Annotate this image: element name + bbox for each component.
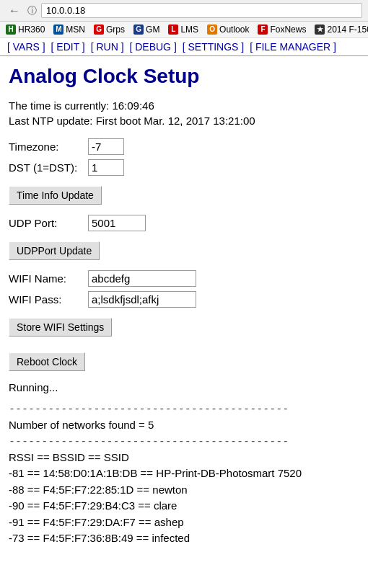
rssi-header: RSSI == BSSID == SSID bbox=[9, 450, 359, 466]
udp-port-label: UDP Port: bbox=[9, 217, 88, 229]
wifi-name-label: WIFI Name: bbox=[9, 272, 88, 285]
separator2: ----------------------------------------… bbox=[9, 433, 359, 450]
bm-label-gm: GM bbox=[146, 24, 159, 35]
nav-edit[interactable]: [ EDIT ] bbox=[51, 41, 85, 53]
store-wifi-button[interactable]: Store WIFI Settings bbox=[9, 318, 112, 337]
dst-label: DST (1=DST): bbox=[9, 161, 88, 174]
bm-icon-2014f150: ★ bbox=[315, 24, 325, 35]
wifi-pass-input[interactable] bbox=[88, 291, 196, 308]
timezone-section: Timezone: DST (1=DST): bbox=[9, 138, 359, 176]
network-item: -81 == 14:58:D0:1A:1B:DB == HP-Print-DB-… bbox=[9, 466, 359, 482]
nav-settings[interactable]: [ SETTINGS ] bbox=[183, 41, 245, 53]
page-content: Analog Clock Setup The time is currently… bbox=[0, 56, 368, 561]
bookmark-2014f150[interactable]: ★ 2014 F-150 bbox=[312, 24, 368, 35]
address-input[interactable] bbox=[41, 3, 362, 18]
bookmark-msn[interactable]: M MSN bbox=[51, 24, 88, 35]
wifi-section: WIFI Name: WIFI Pass: Store WIFI Setting… bbox=[9, 270, 359, 337]
network-list: -81 == 14:58:D0:1A:1B:DB == HP-Print-DB-… bbox=[9, 466, 359, 547]
bm-label-lms: LMS bbox=[180, 24, 198, 35]
dst-input[interactable] bbox=[88, 159, 124, 176]
reboot-section: Reboot Clock bbox=[9, 347, 359, 371]
nav-menu: [ VARS ] [ EDIT ] [ RUN ] [ DEBUG ] [ SE… bbox=[0, 38, 368, 56]
bm-label-foxnews: FoxNews bbox=[270, 24, 306, 35]
time-info-update-button[interactable]: Time Info Update bbox=[9, 186, 102, 205]
current-time-label: The time is currently: bbox=[9, 99, 109, 112]
bm-icon-lms: L bbox=[168, 24, 178, 35]
bookmark-gm[interactable]: G GM bbox=[131, 24, 162, 35]
wifi-pass-label: WIFI Pass: bbox=[9, 293, 88, 306]
current-time-info: The time is currently: 16:09:46 bbox=[9, 99, 359, 112]
running-status: Running... bbox=[9, 381, 359, 393]
udpport-update-button[interactable]: UDPPort Update bbox=[9, 241, 100, 260]
bookmark-foxnews[interactable]: F FoxNews bbox=[255, 24, 309, 35]
page-title: Analog Clock Setup bbox=[9, 65, 359, 88]
udp-port-row: UDP Port: bbox=[9, 215, 359, 231]
time-update-section: Time Info Update bbox=[9, 180, 359, 205]
network-output: ----------------------------------------… bbox=[9, 401, 359, 547]
bm-icon-hr360: H bbox=[6, 24, 16, 35]
udp-section: UDP Port: UDPPort Update bbox=[9, 215, 359, 260]
info-icon: ⓘ bbox=[27, 4, 37, 17]
timezone-input[interactable] bbox=[88, 138, 124, 155]
bm-label-2014f150: 2014 F-150 bbox=[327, 24, 368, 35]
wifi-pass-row: WIFI Pass: bbox=[9, 291, 359, 308]
bm-label-outlook: Outlook bbox=[219, 24, 249, 35]
separator1: ----------------------------------------… bbox=[9, 401, 359, 417]
dst-row: DST (1=DST): bbox=[9, 159, 359, 176]
bm-label-hr360: HR360 bbox=[18, 24, 45, 35]
nav-file-manager[interactable]: [ FILE MANAGER ] bbox=[250, 41, 336, 53]
nav-debug[interactable]: [ DEBUG ] bbox=[129, 41, 176, 53]
networks-found: Number of networks found = 5 bbox=[9, 417, 359, 434]
reboot-clock-button[interactable]: Reboot Clock bbox=[9, 352, 85, 371]
bookmark-outlook[interactable]: O Outlook bbox=[204, 24, 252, 35]
network-item: -88 == F4:5F:F7:22:85:1D == newton bbox=[9, 482, 359, 499]
back-button[interactable]: ← bbox=[6, 4, 23, 17]
timezone-label: Timezone: bbox=[9, 141, 88, 153]
bookmarks-bar: H HR360 M MSN G Grps G GM L LMS O Outloo… bbox=[0, 22, 368, 38]
bm-label-grps: Grps bbox=[106, 24, 125, 35]
network-item: -73 == F4:5F:F7:36:8B:49 == infected bbox=[9, 530, 359, 547]
bookmark-hr360[interactable]: H HR360 bbox=[3, 24, 48, 35]
bookmark-grps[interactable]: G Grps bbox=[91, 24, 128, 35]
address-bar: ← ⓘ bbox=[0, 0, 368, 22]
bookmark-lms[interactable]: L LMS bbox=[165, 24, 201, 35]
udp-port-input[interactable] bbox=[88, 215, 146, 231]
status-text: Running... bbox=[9, 381, 359, 393]
bm-icon-grps: G bbox=[94, 24, 104, 35]
ntp-info: Last NTP update: First boot Mar. 12, 201… bbox=[9, 115, 359, 127]
network-item: -91 == F4:5F:F7:29:DA:F7 == ashep bbox=[9, 514, 359, 531]
nav-run[interactable]: [ RUN ] bbox=[91, 41, 124, 53]
bm-icon-outlook: O bbox=[207, 24, 217, 35]
bm-icon-gm: G bbox=[133, 24, 144, 35]
bm-icon-foxnews: F bbox=[258, 24, 268, 35]
bm-icon-msn: M bbox=[53, 24, 63, 35]
timezone-row: Timezone: bbox=[9, 138, 359, 155]
wifi-name-row: WIFI Name: bbox=[9, 270, 359, 287]
wifi-name-input[interactable] bbox=[88, 270, 196, 287]
current-time-value: 16:09:46 bbox=[112, 99, 154, 112]
nav-vars[interactable]: [ VARS ] bbox=[7, 41, 45, 53]
ntp-label: Last NTP update: bbox=[9, 115, 92, 127]
network-item: -90 == F4:5F:F7:29:B4:C3 == clare bbox=[9, 498, 359, 514]
ntp-value: First boot Mar. 12, 2017 13:21:00 bbox=[96, 115, 255, 127]
bm-label-msn: MSN bbox=[66, 24, 85, 35]
